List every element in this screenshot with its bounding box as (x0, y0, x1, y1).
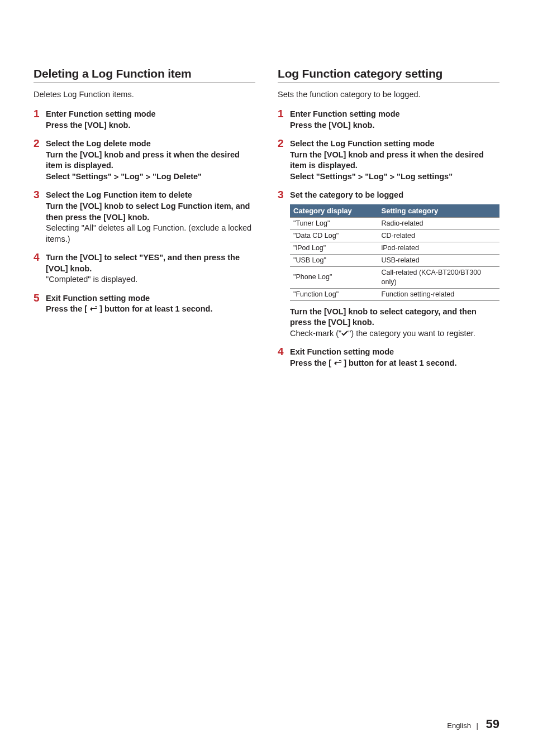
text-part: Press the [ (290, 358, 334, 367)
step-number: 1 (34, 108, 46, 131)
table-row: "USB Log"USB-related (290, 255, 499, 267)
step-instruction: Press the [VOL] knob. (290, 120, 499, 131)
chevron-right-icon: > (390, 173, 394, 181)
step-body: Enter Function setting mode Press the [V… (46, 109, 255, 131)
left-column: Deleting a Log Function item Deletes Log… (34, 67, 255, 376)
step-number: 2 (34, 138, 46, 182)
step-instruction: Press the [ ] button for at least 1 seco… (46, 304, 255, 315)
table-header: Setting category (378, 204, 500, 218)
section-title: Deleting a Log Function item (34, 67, 255, 83)
table-cell: "USB Log" (290, 255, 378, 267)
step-title: Set the category to be logged (290, 190, 499, 201)
separator: | (477, 721, 478, 730)
page-number: 59 (486, 717, 499, 731)
step-number: 2 (278, 138, 290, 182)
table-row: "Function Log"Function setting-related (290, 288, 499, 300)
step-number: 3 (278, 189, 290, 339)
step-title: Enter Function setting mode (290, 109, 499, 120)
table-cell: "iPod Log" (290, 242, 378, 255)
step: 4 Exit Function setting mode Press the [… (278, 347, 499, 369)
intro-text: Sets the function category to be logged. (278, 90, 499, 99)
return-icon (89, 304, 97, 310)
category-table: Category display Setting category "Tuner… (290, 204, 499, 301)
step-instruction: Press the [ ] button for at least 1 seco… (290, 358, 499, 369)
step: 4 Turn the [VOL] to select "YES", and th… (34, 252, 255, 285)
table-header: Category display (290, 204, 378, 218)
text-part: Press the [ (46, 304, 89, 313)
chevron-right-icon: > (358, 173, 363, 181)
chevron-right-icon: > (114, 173, 118, 181)
intro-text: Deletes Log Function items. (34, 90, 255, 99)
table-header-row: Category display Setting category (290, 204, 499, 218)
step-number: 4 (278, 346, 290, 369)
step-instruction: Turn the [VOL] to select "YES", and then… (46, 252, 255, 274)
step-note: Check-mark ("") the category you want to… (290, 328, 499, 339)
table-cell: Radio-related (378, 218, 500, 230)
step-title: Select the Log delete mode (46, 138, 255, 150)
section-title: Log Function category setting (278, 67, 499, 83)
step: 5 Exit Function setting mode Press the [… (34, 293, 255, 315)
step: 3 Set the category to be logged Category… (278, 190, 499, 339)
table-cell: "Tuner Log" (290, 218, 378, 230)
check-icon (341, 328, 348, 334)
step-body: Exit Function setting mode Press the [ ]… (46, 293, 255, 315)
table-row: "Phone Log"Call-related (KCA-BT200/BT300… (290, 266, 499, 288)
step: 2 Select the Log delete mode Turn the [V… (34, 138, 255, 182)
chevron-right-icon: > (146, 173, 150, 181)
text-part: ] button for at least 1 second. (341, 358, 456, 367)
step-instruction: Turn the [VOL] knob to select Log Functi… (46, 201, 255, 223)
step-title: Select the Log Function setting mode (290, 138, 499, 150)
step-title: Enter Function setting mode (46, 109, 255, 120)
path-part: "Log Delete" (150, 172, 202, 181)
step-number: 3 (34, 189, 46, 245)
step: 1 Enter Function setting mode Press the … (278, 109, 499, 131)
table-cell: USB-related (378, 255, 500, 267)
step-body: Select the Log delete mode Turn the [VOL… (46, 138, 255, 182)
table-cell: "Data CD Log" (290, 230, 378, 242)
path-part: "Log settings" (394, 172, 453, 181)
text-part: ") the category you want to register. (348, 329, 475, 338)
step-title: Exit Function setting mode (46, 293, 255, 304)
step-path: Select "Settings" > "Log" > "Log Delete" (46, 171, 255, 183)
step-body: Set the category to be logged Category d… (290, 190, 499, 339)
step-number: 1 (278, 108, 290, 131)
page-content: Deleting a Log Function item Deletes Log… (0, 0, 533, 399)
step: 3 Select the Log Function item to delete… (34, 190, 255, 245)
step: 1 Enter Function setting mode Press the … (34, 109, 255, 131)
step-body: Select the Log Function setting mode Tur… (290, 138, 499, 182)
language-label: English (447, 721, 471, 730)
step-path: Select "Settings" > "Log" > "Log setting… (290, 171, 499, 183)
table-cell: Call-related (KCA-BT200/BT300 only) (378, 266, 500, 288)
text-part: Check-mark (" (290, 329, 341, 338)
return-icon (334, 358, 341, 365)
path-part: Select "Settings" (290, 172, 358, 181)
table-row: "Tuner Log"Radio-related (290, 218, 499, 230)
step-title: Select the Log Function item to delete (46, 190, 255, 201)
page-footer: English | 59 (447, 717, 499, 731)
table-cell: "Function Log" (290, 288, 378, 300)
table-row: "iPod Log"iPod-related (290, 242, 499, 255)
step-note: "Completed" is displayed. (46, 274, 255, 285)
path-part: "Log" (363, 172, 389, 181)
step-instruction: Turn the [VOL] knob and press it when th… (290, 150, 499, 171)
path-part: "Log" (118, 172, 145, 181)
step-body: Exit Function setting mode Press the [ ]… (290, 347, 499, 369)
step-note: Selecting "All" deletes all Log Function… (46, 223, 255, 245)
table-row: "Data CD Log"CD-related (290, 230, 499, 242)
table-cell: iPod-related (378, 242, 500, 255)
step-title: Exit Function setting mode (290, 347, 499, 358)
step-number: 4 (34, 252, 46, 285)
path-part: Select "Settings" (46, 172, 114, 181)
step-instruction: Turn the [VOL] knob to select category, … (290, 307, 499, 328)
step-number: 5 (34, 293, 46, 315)
step: 2 Select the Log Function setting mode T… (278, 138, 499, 182)
table-cell: Function setting-related (378, 288, 500, 300)
right-column: Log Function category setting Sets the f… (278, 67, 499, 376)
step-instruction: Press the [VOL] knob. (46, 120, 255, 131)
step-body: Select the Log Function item to delete T… (46, 190, 255, 245)
step-instruction: Turn the [VOL] knob and press it when th… (46, 150, 255, 171)
table-cell: CD-related (378, 230, 500, 242)
step-body: Enter Function setting mode Press the [V… (290, 109, 499, 131)
step-body: Turn the [VOL] to select "YES", and then… (46, 252, 255, 285)
table-cell: "Phone Log" (290, 266, 378, 288)
